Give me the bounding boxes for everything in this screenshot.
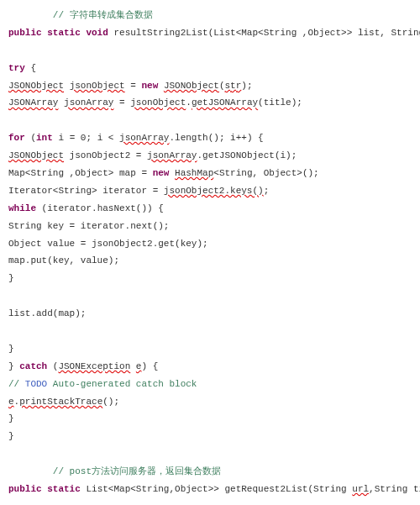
call: jsonObject2.keys() [164,186,264,196]
var: jsonArray [64,97,113,108]
code: Iterator<String> iterator = [8,186,164,196]
code: (iterator.hasNext()) { [36,203,164,213]
comment: Auto-generated catch block [47,379,197,389]
code: <String, Object>(); [213,168,318,178]
code: List<Map<String,Object>> getRequest2List… [81,484,352,494]
type: JSONObject [8,81,64,91]
comment: // [8,379,25,389]
method: printStackTrace [19,397,102,407]
comment: // post方法访问服务器，返回集合数据 [53,466,221,476]
code: map.put(key, value); [8,255,119,266]
code: (title); [258,97,302,108]
var: jsonObject [70,81,125,91]
code: } [8,361,19,371]
kw: public static [8,484,81,494]
code: } [8,431,14,441]
code-block: // 字符串转成集合数据 public static void resultSt… [8,7,412,505]
code: (); [102,397,119,407]
code: ( [219,81,225,91]
kw: new [153,168,170,178]
code: Map<String ,Object> map = [8,168,153,178]
type: HashMap [175,168,213,178]
comment: // 字符串转成集合数据 [53,10,153,20]
kw: try [8,63,25,73]
arg: str [225,81,242,91]
kw: while [8,203,36,213]
code: { [25,63,36,73]
code: ; [264,186,270,196]
method: getJSONArray [192,97,258,108]
type: JSONException [58,361,130,371]
code: ) { [141,361,158,371]
kw: int [36,133,53,143]
code: jsonObject2 = [64,150,147,160]
code: .getJSONObject(i); [197,150,297,160]
code: ); [241,81,252,91]
var: jsonArray [119,133,169,143]
code: Object value = jsonObject2.get(key); [8,239,208,249]
var: jsonObject [130,97,186,108]
code: } [8,413,14,423]
code: String key = iterator.next(); [8,221,169,231]
code: resultString2List(List<Map<String ,Objec… [108,28,420,38]
kw: public static void [8,28,108,38]
kw: catch [19,361,47,371]
code: list.add(map); [8,308,86,318]
var: jsonArray [147,150,197,160]
type: JSONObject [8,150,64,160]
code: i = 0; i < [53,133,119,143]
code: } [8,273,14,283]
var: e [8,397,14,407]
todo: TODO [25,379,47,389]
code: .length(); i++) { [169,133,263,143]
code: ( [47,361,58,371]
code: ,String title){ [369,484,420,494]
kw: for [8,133,25,143]
code: } [8,344,14,354]
code: = [113,97,130,108]
code: = [125,81,142,91]
type: JSONObject [164,81,219,91]
kw: new [141,81,158,91]
type: JSONArray [8,97,58,108]
code: ( [25,133,36,143]
code: . [186,97,192,108]
param: url [352,484,369,494]
